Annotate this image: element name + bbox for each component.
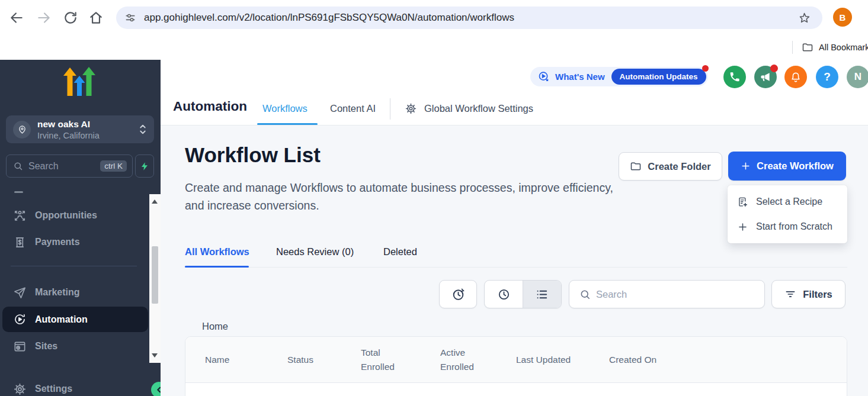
- sidebar-item-label: Automation: [35, 314, 88, 325]
- gohighlevel-logo-icon: [60, 66, 99, 101]
- tab-needs-review[interactable]: Needs Review (0): [276, 246, 354, 257]
- app: new oaks AI Irvine, California ctrl K: [0, 60, 868, 396]
- column-header-total-enrolled[interactable]: Total Enrolled: [361, 346, 440, 374]
- location-switcher[interactable]: new oaks AI Irvine, California: [6, 115, 154, 143]
- column-header-last-updated[interactable]: Last Updated: [516, 353, 609, 367]
- tab-content-ai[interactable]: Content AI: [330, 103, 376, 114]
- bookmarks-divider: [792, 41, 793, 54]
- main-header: What's New Automation Updates ? N Automa…: [161, 60, 868, 125]
- screen: app.gohighlevel.com/v2/location/lnPS691g…: [0, 0, 868, 396]
- notification-dot: [702, 65, 709, 72]
- all-bookmarks-label[interactable]: All Bookmarks: [819, 43, 868, 52]
- browser-profile-avatar[interactable]: B: [833, 8, 852, 27]
- automation-icon: [13, 313, 27, 326]
- header-divider: [390, 98, 390, 120]
- sidebar-item-payments[interactable]: Payments: [0, 230, 148, 254]
- site-settings-icon[interactable]: [124, 12, 136, 24]
- sidebar-item-automation[interactable]: Automation: [2, 307, 148, 332]
- column-header-name[interactable]: Name: [185, 353, 287, 367]
- bookmark-star-icon[interactable]: [798, 12, 811, 24]
- whats-new-pill[interactable]: What's New Automation Updates: [530, 67, 708, 86]
- workflow-table: Name Status Total Enrolled Active Enroll…: [185, 336, 847, 396]
- browser-back-icon[interactable]: [9, 10, 24, 25]
- sidebar: new oaks AI Irvine, California ctrl K: [0, 60, 161, 396]
- main-area: What's New Automation Updates ? N Automa…: [161, 60, 868, 396]
- page-description: Create and manage Workflows to automate …: [185, 179, 635, 214]
- create-folder-button[interactable]: Create Folder: [619, 152, 722, 181]
- browser-toolbar: app.gohighlevel.com/v2/location/lnPS691g…: [0, 0, 868, 36]
- help-button[interactable]: ?: [816, 66, 838, 88]
- whats-new-label[interactable]: What's New: [555, 72, 605, 82]
- tab-all-workflows[interactable]: All Workflows: [185, 246, 249, 257]
- lightning-bolt-icon: [140, 162, 149, 171]
- sidebar-item-opportunities[interactable]: Opportunities: [0, 204, 148, 227]
- filters-button[interactable]: Filters: [771, 280, 845, 308]
- sidebar-search[interactable]: ctrl K: [6, 154, 133, 178]
- tab-deleted[interactable]: Deleted: [383, 246, 417, 257]
- column-header-active-enrolled[interactable]: Active Enrolled: [440, 346, 516, 374]
- sidebar-item-settings[interactable]: Settings: [0, 377, 148, 396]
- view-toggle-list[interactable]: [523, 281, 561, 308]
- chevron-up-down-icon[interactable]: [139, 124, 146, 134]
- table-header-row: Name Status Total Enrolled Active Enroll…: [185, 337, 847, 383]
- breadcrumb[interactable]: Home: [202, 321, 228, 332]
- page-section-title: Automation: [173, 99, 247, 114]
- filters-label: Filters: [803, 289, 832, 300]
- enrollment-history-button[interactable]: [439, 280, 477, 308]
- menu-item-start-from-scratch[interactable]: Start from Scratch: [728, 214, 847, 239]
- sidebar-item-label: Sites: [35, 341, 57, 352]
- sidebar-item-label: Settings: [35, 384, 72, 394]
- notifications-button[interactable]: [784, 66, 807, 88]
- automation-updates-badge[interactable]: Automation Updates: [611, 69, 706, 85]
- plus-icon: [741, 161, 751, 171]
- view-toggle-clock[interactable]: [485, 281, 523, 308]
- column-header-created-on[interactable]: Created On: [609, 353, 847, 367]
- workflow-search[interactable]: [569, 280, 765, 308]
- location-pin-icon: [13, 121, 31, 139]
- sidebar-item-label: Payments: [35, 237, 80, 247]
- sidebar-search-input[interactable]: [28, 161, 100, 172]
- announcements-button[interactable]: [754, 66, 777, 88]
- bookmarks-bar: All Bookmarks: [0, 36, 868, 60]
- sidebar-item-marketing[interactable]: Marketing: [0, 281, 148, 304]
- quick-actions-button[interactable]: [135, 154, 154, 178]
- plus-icon: [737, 221, 748, 233]
- payments-icon: [13, 236, 27, 249]
- create-workflow-label: Create Workflow: [757, 160, 834, 172]
- search-icon: [579, 289, 591, 300]
- folder-icon[interactable]: [802, 41, 813, 53]
- create-folder-label: Create Folder: [648, 161, 710, 172]
- menu-item-select-recipe[interactable]: Select a Recipe: [728, 189, 847, 214]
- url-bar[interactable]: app.gohighlevel.com/v2/location/lnPS691g…: [116, 7, 822, 29]
- opportunities-icon: [13, 209, 27, 223]
- sidebar-scrollbar[interactable]: [149, 194, 161, 363]
- column-header-status[interactable]: Status: [287, 353, 361, 367]
- global-workflow-settings-link[interactable]: Global Workflow Settings: [424, 103, 533, 114]
- bell-icon: [790, 71, 802, 83]
- notification-dot: [770, 65, 778, 72]
- megaphone-icon: [760, 71, 771, 83]
- user-avatar[interactable]: N: [847, 66, 868, 88]
- menu-item-label: Select a Recipe: [756, 197, 822, 207]
- menu-item-label: Start from Scratch: [756, 221, 832, 232]
- create-workflow-dropdown: Select a Recipe Start from Scratch: [728, 185, 847, 243]
- search-icon: [13, 161, 23, 171]
- scrollbar-down-arrow[interactable]: [152, 353, 158, 358]
- browser-forward-icon[interactable]: [36, 10, 52, 25]
- tabs-border: [185, 267, 847, 268]
- tab-workflows[interactable]: Workflows: [262, 103, 308, 114]
- scrollbar-thumb[interactable]: [152, 246, 158, 304]
- create-workflow-button[interactable]: Create Workflow: [728, 152, 846, 181]
- partial-menu-item: [14, 191, 23, 193]
- search-shortcut-badge: ctrl K: [100, 160, 127, 172]
- url-text[interactable]: app.gohighlevel.com/v2/location/lnPS691g…: [144, 12, 514, 24]
- gear-icon: [13, 382, 27, 396]
- phone-button[interactable]: [723, 66, 746, 88]
- workflow-search-input[interactable]: [596, 289, 764, 300]
- sidebar-collapse-button[interactable]: [151, 382, 161, 396]
- active-tab-underline: [185, 266, 249, 268]
- sidebar-item-sites[interactable]: Sites: [0, 334, 148, 358]
- browser-reload-icon[interactable]: [63, 10, 78, 25]
- scrollbar-up-arrow[interactable]: [152, 199, 158, 204]
- browser-home-icon[interactable]: [88, 10, 104, 25]
